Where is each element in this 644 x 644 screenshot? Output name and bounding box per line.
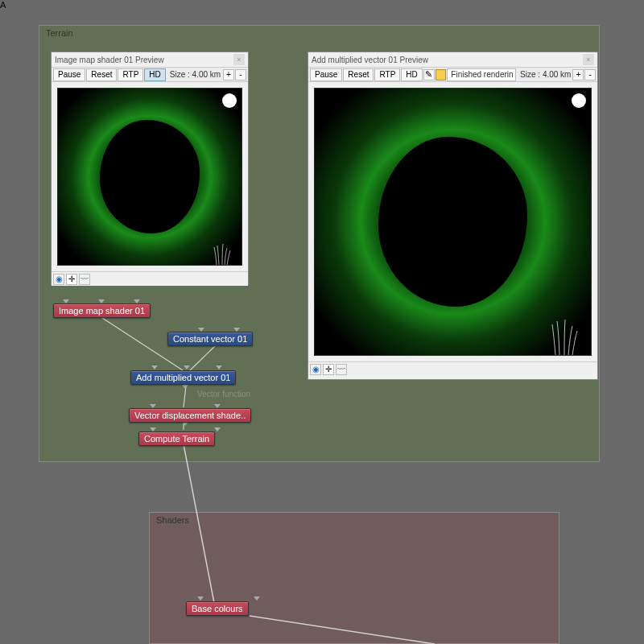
size-minus-button[interactable]: -	[584, 69, 596, 80]
preview-title: Image map shader 01 Preview	[55, 56, 233, 64]
preview-footer: ◉ ✛ 〰	[52, 271, 248, 286]
close-icon[interactable]: ×	[233, 54, 245, 65]
node-constant-vector[interactable]: Constant vector 01	[167, 332, 253, 346]
size-label: Size : 4.00 km	[170, 70, 221, 79]
render-status: Finished renderin	[447, 68, 516, 81]
shaders-panel: Shaders	[149, 512, 559, 644]
curve-icon[interactable]: 〰	[79, 274, 90, 285]
rtp-button[interactable]: RTP	[118, 68, 143, 81]
shaders-panel-title: Shaders	[150, 513, 559, 527]
highlight-tool-icon[interactable]	[436, 69, 447, 80]
hd-button[interactable]: HD	[401, 68, 422, 81]
preview-header: Image map shader 01 Preview ×	[52, 52, 248, 67]
size-label: Size : 4.00 km	[520, 70, 571, 79]
hd-button[interactable]: HD	[144, 68, 165, 81]
pause-button[interactable]: Pause	[310, 68, 342, 81]
node-add-multiplied-vector[interactable]: Add multiplied vector 01	[130, 370, 236, 385]
close-icon[interactable]: ×	[583, 54, 594, 65]
size-plus-button[interactable]: +	[223, 69, 234, 80]
node-base-colours[interactable]: Base colours	[186, 601, 249, 616]
reset-button[interactable]: Reset	[343, 68, 374, 81]
node-vector-displacement-shader[interactable]: Vector displacement shade..	[129, 408, 251, 423]
preview-window-add-mult: Add multiplied vector 01 Preview × Pause…	[308, 52, 598, 380]
sun-icon[interactable]	[222, 93, 237, 108]
node-active-badge[interactable]: A	[0, 0, 644, 10]
eye-icon[interactable]: ◉	[310, 364, 321, 375]
crosshair-icon[interactable]: ✛	[323, 364, 334, 375]
size-plus-button[interactable]: +	[572, 69, 584, 80]
rtp-button[interactable]: RTP	[374, 68, 400, 81]
preview-toolbar: Pause Reset RTP HD Size : 4.00 km + -	[52, 67, 248, 82]
pencil-icon[interactable]: ✎	[423, 69, 435, 80]
preview-header: Add multiplied vector 01 Preview ×	[308, 52, 597, 67]
render-viewport[interactable]	[57, 88, 242, 266]
crosshair-icon[interactable]: ✛	[66, 274, 77, 285]
eye-icon[interactable]: ◉	[53, 274, 64, 285]
preview-title: Add multiplied vector 01 Preview	[312, 56, 583, 64]
sun-icon[interactable]	[572, 93, 586, 108]
preview-footer: ◉ ✛ 〰	[308, 361, 597, 376]
node-image-map-shader[interactable]: Image map shader 01	[53, 303, 151, 318]
size-minus-button[interactable]: -	[235, 69, 246, 80]
vector-function-label: Vector function	[197, 390, 250, 398]
terrain-panel-title: Terrain	[39, 26, 599, 40]
render-viewport[interactable]	[314, 88, 592, 356]
reset-button[interactable]: Reset	[86, 68, 117, 81]
curve-icon[interactable]: 〰	[336, 364, 347, 375]
pause-button[interactable]: Pause	[53, 68, 85, 81]
preview-toolbar: Pause Reset RTP HD ✎ Finished renderin S…	[308, 67, 597, 82]
node-compute-terrain[interactable]: Compute Terrain	[138, 431, 215, 446]
preview-window-image-map: Image map shader 01 Preview × Pause Rese…	[51, 52, 249, 285]
